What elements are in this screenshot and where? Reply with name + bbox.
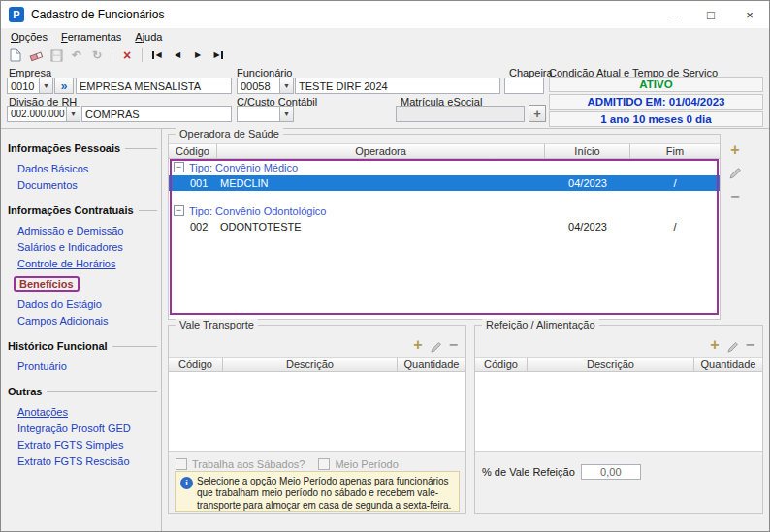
delete-button[interactable]: ×	[118, 47, 136, 64]
chevron-down-icon[interactable]: ▼	[66, 106, 80, 122]
sidebar-item-beneficios[interactable]: Benefícios	[14, 276, 80, 292]
group-row-convenio-odontologico[interactable]: − Tipo: Convênio Odontológico	[169, 203, 720, 219]
sidebar-item-documentos[interactable]: Documentos	[17, 179, 161, 191]
column-header-fim[interactable]: Fim	[630, 143, 720, 159]
sidebar-item-integracao-prosoft-ged[interactable]: Integração Prosoft GED	[17, 422, 161, 434]
sidebar-item-admissao-demissao[interactable]: Admissão e Demissão	[17, 225, 161, 236]
column-header-codigo[interactable]: Código	[169, 143, 217, 159]
operadora-table-header: Código Operadora Início Fim	[169, 143, 720, 159]
collapse-icon[interactable]: −	[174, 205, 184, 216]
undo-button[interactable]: ↶	[68, 47, 85, 64]
checkbox-trabalha-sabados[interactable]	[176, 458, 187, 470]
nav-first-button[interactable]: ◀	[148, 47, 166, 64]
chapeira-field[interactable]	[504, 78, 544, 94]
new-button[interactable]	[7, 47, 24, 64]
previous-record-icon: ◀	[175, 51, 180, 59]
vale-transporte-groupbox: Vale Transporte + − Código Descrição Qua…	[168, 325, 466, 514]
refresh-button[interactable]: ↻	[88, 47, 106, 64]
remove-operadora-button[interactable]: −	[730, 189, 739, 204]
menu-ferramentas[interactable]: Ferramentas	[54, 30, 128, 44]
minimize-button[interactable]: –	[653, 1, 691, 28]
sidebar-item-dados-estagio[interactable]: Dados do Estágio	[17, 298, 161, 310]
save-button[interactable]	[48, 47, 65, 64]
ccusto-field[interactable]	[237, 106, 280, 122]
column-header-codigo[interactable]: Código	[475, 357, 528, 372]
close-button[interactable]: ×	[730, 1, 769, 28]
last-record-icon: ▶	[213, 51, 219, 59]
percent-vale-refeicao-field[interactable]: 0,00	[581, 464, 641, 480]
column-header-quantidade[interactable]: Quantidade	[398, 357, 465, 372]
empresa-name-field[interactable]: EMPRESA MENSALISTA	[76, 78, 232, 94]
edit-button[interactable]	[27, 47, 45, 64]
checkbox-meio-periodo[interactable]	[318, 458, 330, 470]
sidebar-section-header: Histórico Funcional	[8, 340, 157, 352]
delete-icon: ×	[123, 47, 131, 63]
save-icon	[50, 49, 63, 62]
minimize-icon: –	[668, 8, 675, 22]
pencil-icon	[727, 342, 738, 353]
sidebar-item-extrato-fgts-simples[interactable]: Extrato FGTS Simples	[17, 439, 161, 451]
sidebar-item-campos-adicionais[interactable]: Campos Adicionais	[17, 315, 161, 327]
chevron-down-icon[interactable]: ▼	[39, 78, 53, 94]
section-header-label: Informações Contratuais	[8, 204, 134, 216]
funcionario-name-field[interactable]: TESTE DIRF 2024	[295, 78, 500, 94]
divisao-rh-code-select[interactable]: 002.000.000 ▼	[7, 106, 80, 122]
cell-fim: /	[630, 177, 720, 189]
column-header-codigo[interactable]: Código	[169, 357, 223, 372]
add-operadora-button[interactable]: +	[730, 142, 739, 158]
divisao-rh-name-field[interactable]: COMPRAS	[81, 106, 232, 122]
column-header-descricao[interactable]: Descrição	[223, 357, 398, 372]
column-header-operadora[interactable]: Operadora	[217, 143, 545, 159]
remove-vale-transporte-button[interactable]: −	[449, 337, 458, 353]
edit-operadora-button[interactable]	[729, 168, 741, 179]
menu-ajuda[interactable]: Ajuda	[128, 30, 169, 44]
refeicao-table-body[interactable]	[475, 372, 762, 452]
percent-vale-refeicao-label: % de Vale Refeição	[482, 466, 575, 478]
nav-next-button[interactable]: ▶	[189, 47, 207, 64]
table-row-medclin[interactable]: 001 MEDCLIN 04/2023 /	[169, 175, 720, 191]
vale-transporte-title: Vale Transporte	[176, 319, 258, 330]
column-header-quantidade[interactable]: Quantidade	[694, 357, 762, 372]
table-row-odontoteste[interactable]: 002 ODONTOTESTE 04/2023 /	[169, 219, 720, 235]
edit-refeicao-button[interactable]	[727, 342, 738, 353]
add-vale-transporte-button[interactable]: +	[413, 337, 422, 353]
vale-transporte-table-body[interactable]	[169, 372, 465, 452]
add-refeicao-button[interactable]: +	[710, 337, 719, 353]
operadora-saude-title: Operadora de Saúde	[176, 128, 283, 140]
group-row-convenio-medico[interactable]: − Tipo: Convênio Médico	[169, 159, 720, 175]
sidebar-item-salarios-indicadores[interactable]: Salários e Indicadores	[17, 241, 161, 253]
sidebar-section-historico-funcional: Histórico Funcional Prontuário	[1, 340, 161, 372]
ccusto-dropdown-button[interactable]: ▼	[279, 106, 294, 122]
first-record-icon: ◀	[155, 51, 161, 59]
eraser-icon	[29, 49, 44, 62]
menu-opcoes[interactable]: Opções	[4, 30, 54, 44]
chevron-down-icon: ▼	[283, 110, 290, 117]
sidebar-item-anotacoes[interactable]: Anotações	[17, 406, 161, 418]
funcionario-code-field[interactable]: 00058	[237, 78, 280, 94]
plus-icon: +	[533, 107, 541, 121]
funcionario-dropdown-button[interactable]: ▼	[279, 78, 294, 94]
nav-last-button[interactable]: ▶	[209, 47, 227, 64]
matricula-add-button[interactable]: +	[529, 105, 546, 122]
collapse-icon[interactable]: −	[174, 162, 184, 172]
edit-vale-transporte-button[interactable]	[431, 342, 441, 353]
sidebar-item-controle-horarios[interactable]: Controle de Horários	[17, 258, 161, 269]
column-header-inicio[interactable]: Início	[545, 143, 630, 159]
operadora-saude-groupbox: Operadora de Saúde Código Operadora Iníc…	[168, 134, 721, 320]
maximize-button[interactable]: □	[691, 1, 730, 28]
empresa-lookup-button[interactable]: »	[54, 78, 74, 94]
sidebar-item-prontuario[interactable]: Prontuário	[17, 360, 161, 372]
status-badge: ATIVO	[549, 77, 763, 92]
window-controls: – □ ×	[653, 1, 769, 28]
sidebar-item-extrato-fgts-rescisao[interactable]: Extrato FGTS Rescisão	[17, 455, 161, 467]
sidebar-item-dados-basicos[interactable]: Dados Básicos	[17, 163, 161, 174]
tempo-servico-badge: 1 ano 10 meses 0 dia	[549, 111, 763, 127]
checkbox-trabalha-sabados-label: Trabalha aos Sábados?	[192, 458, 305, 470]
matricula-esocial-field[interactable]	[396, 106, 525, 122]
column-header-descricao[interactable]: Descrição	[528, 357, 694, 372]
remove-refeicao-button[interactable]: −	[746, 337, 754, 353]
nav-previous-button[interactable]: ◀	[169, 47, 186, 64]
empresa-code-select[interactable]: 0010 ▼	[7, 78, 53, 94]
sidebar-section-header: Outras	[8, 386, 157, 397]
sidebar-section-outras: Outras Anotações Integração Prosoft GED …	[1, 386, 161, 467]
